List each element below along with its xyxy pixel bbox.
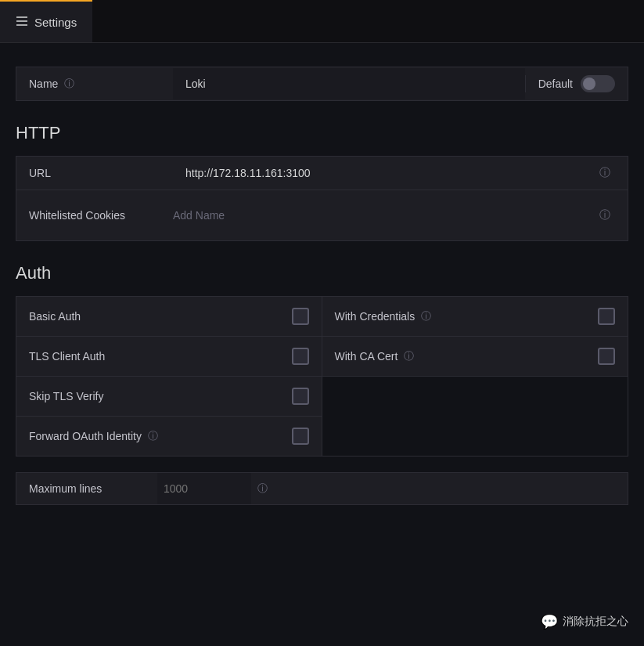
- watermark-icon: 💬: [541, 613, 558, 630]
- default-section: Default: [525, 75, 628, 92]
- max-lines-label: Maximum lines: [16, 473, 157, 504]
- whitelisted-cookies-input[interactable]: [173, 200, 599, 231]
- basic-auth-label: Basic Auth: [29, 310, 81, 323]
- skip-tls-verify-checkbox[interactable]: [292, 388, 309, 405]
- toggle-track: [581, 75, 615, 92]
- whitelisted-cookies-info-icon[interactable]: ⓘ: [599, 208, 620, 222]
- http-section-title: HTTP: [16, 123, 628, 143]
- with-ca-cert-checkbox[interactable]: [598, 348, 615, 365]
- skip-tls-verify-label: Skip TLS Verify: [29, 390, 103, 402]
- default-label: Default: [538, 78, 573, 90]
- max-lines-row: Maximum lines ⓘ: [16, 472, 628, 505]
- max-lines-info-icon[interactable]: ⓘ: [251, 482, 274, 496]
- forward-oauth-info-icon[interactable]: ⓘ: [148, 429, 158, 443]
- url-label: URL: [16, 157, 173, 189]
- url-value: http://172.18.11.161:3100 ⓘ: [173, 157, 628, 189]
- with-credentials-label: With Credentials ⓘ: [335, 309, 432, 323]
- tls-client-auth-label: TLS Client Auth: [29, 350, 105, 363]
- auth-item-forward-oauth: Forward OAuth Identity ⓘ: [16, 417, 322, 456]
- settings-tab[interactable]: Settings: [0, 0, 92, 42]
- name-label: Name ⓘ: [16, 67, 173, 100]
- toggle-thumb: [583, 78, 595, 90]
- watermark: 💬 消除抗拒之心: [541, 613, 628, 630]
- whitelisted-cookies-row: Whitelisted Cookies ⓘ: [16, 190, 628, 240]
- auth-item-skip-tls-verify: Skip TLS Verify: [16, 377, 322, 417]
- default-toggle[interactable]: [581, 75, 615, 92]
- auth-item-basic-auth: Basic Auth: [16, 297, 322, 337]
- forward-oauth-label: Forward OAuth Identity ⓘ: [29, 429, 158, 443]
- with-ca-cert-label: With CA Cert ⓘ: [335, 349, 415, 363]
- auth-item-with-ca-cert: With CA Cert ⓘ: [322, 337, 628, 377]
- name-input-wrap: [173, 68, 525, 99]
- name-input[interactable]: [173, 68, 525, 99]
- basic-auth-checkbox[interactable]: [292, 308, 309, 325]
- name-info-icon[interactable]: ⓘ: [64, 77, 74, 91]
- max-lines-input[interactable]: [157, 473, 251, 504]
- auth-section-title: Auth: [16, 263, 628, 283]
- auth-grid: Basic Auth With Credentials ⓘ TLS Client…: [16, 296, 628, 457]
- tls-client-auth-checkbox[interactable]: [292, 348, 309, 365]
- url-info-icon[interactable]: ⓘ: [599, 166, 620, 180]
- whitelisted-cookies-value: ⓘ: [173, 190, 628, 240]
- name-row: Name ⓘ Default: [16, 67, 628, 101]
- http-section-wrapper: URL http://172.18.11.161:3100 ⓘ Whitelis…: [16, 156, 628, 241]
- main-content: Name ⓘ Default HTTP URL http://172.18.11…: [0, 43, 644, 529]
- with-credentials-info-icon[interactable]: ⓘ: [421, 309, 431, 323]
- url-text: http://172.18.11.161:3100: [173, 167, 318, 179]
- auth-item-with-credentials: With Credentials ⓘ: [322, 297, 628, 337]
- forward-oauth-checkbox[interactable]: [292, 428, 309, 445]
- with-ca-cert-info-icon[interactable]: ⓘ: [404, 349, 414, 363]
- watermark-text: 消除抗拒之心: [563, 615, 628, 629]
- tab-bar: Settings: [0, 0, 644, 43]
- settings-tab-label: Settings: [34, 16, 77, 29]
- settings-icon: [16, 15, 28, 30]
- url-row: URL http://172.18.11.161:3100 ⓘ: [16, 157, 628, 190]
- with-credentials-checkbox[interactable]: [598, 308, 615, 325]
- whitelisted-cookies-label: Whitelisted Cookies: [16, 200, 173, 231]
- auth-item-tls-client-auth: TLS Client Auth: [16, 337, 322, 377]
